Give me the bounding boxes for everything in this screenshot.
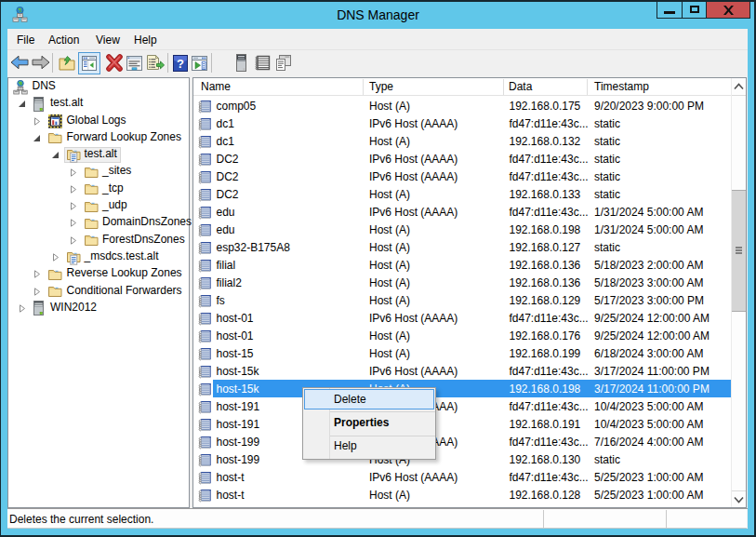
svg-text:?: ? xyxy=(177,57,184,71)
